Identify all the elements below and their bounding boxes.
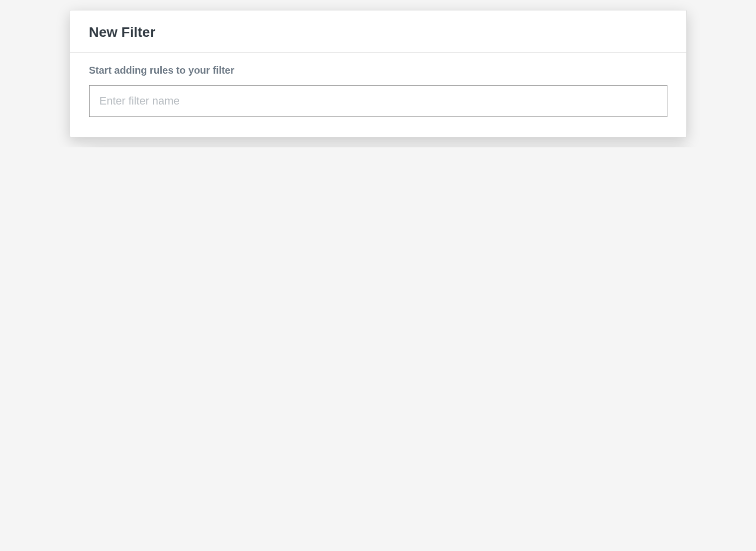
new-filter-modal: New Filter Start adding rules to your fi…	[70, 10, 687, 137]
instruction-text: Start adding rules to your filter	[89, 65, 667, 76]
modal-title: New Filter	[89, 24, 667, 40]
filter-name-input[interactable]	[89, 85, 667, 117]
modal-header: New Filter	[70, 10, 686, 53]
modal-body: Start adding rules to your filter	[70, 53, 686, 137]
